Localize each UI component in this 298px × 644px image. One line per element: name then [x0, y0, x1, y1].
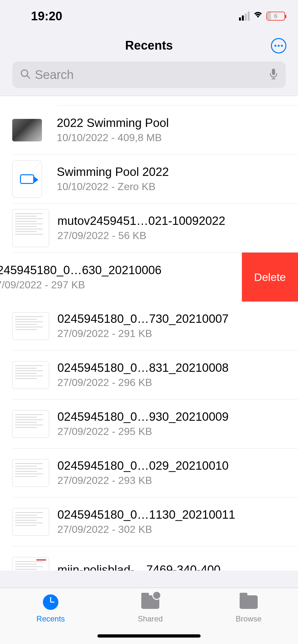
file-row[interactable]: 0245945180_0…029_20210010 27/09/2022 - 2… — [0, 448, 298, 497]
svg-line-1 — [27, 76, 30, 78]
file-name: 0245945180_0…029_20210010 — [57, 459, 288, 473]
home-indicator[interactable] — [97, 634, 201, 638]
file-list[interactable]: 2022 Swimming Pool 10/10/2022 - 409,8 MB… — [0, 96, 298, 571]
status-indicators: 6 — [239, 11, 285, 21]
file-meta: 27/09/2022 - 291 KB — [57, 328, 288, 340]
file-meta: 27/09/2022 - 295 KB — [57, 426, 288, 437]
ellipsis-icon — [274, 45, 283, 47]
file-meta: 27/09/2022 - 296 KB — [57, 377, 288, 389]
tab-browse[interactable]: Browse — [236, 593, 262, 623]
file-thumbnail-document — [12, 508, 49, 536]
wifi-icon — [253, 11, 263, 21]
file-row[interactable]: 2022 Swimming Pool 10/10/2022 - 409,8 MB — [0, 106, 298, 155]
svg-rect-2 — [272, 69, 275, 75]
file-thumbnail-document — [12, 361, 49, 389]
search-bar[interactable] — [12, 62, 286, 88]
file-name: 0245945180_0…831_20210008 — [57, 361, 288, 375]
file-row-swiped[interactable]: 0245945180_0…630_20210006 27/09/2022 - 2… — [0, 253, 298, 302]
cellular-signal-icon — [239, 12, 250, 21]
page-title: Recents — [125, 39, 173, 53]
more-options-button[interactable] — [271, 38, 286, 53]
file-meta: 27/09/2022 - 302 KB — [57, 524, 288, 535]
file-thumbnail-document — [12, 459, 49, 487]
status-time: 19:20 — [31, 9, 62, 23]
file-name: 0245945180_0…730_20210007 — [57, 312, 288, 326]
search-input[interactable] — [35, 68, 269, 82]
file-meta: 10/10/2022 - Zero KB — [57, 181, 288, 193]
file-meta: 27/09/2022 - 297 KB — [0, 279, 231, 291]
navigation-bar: Recents — [0, 32, 298, 59]
file-row[interactable]: mijn-polisblad-…7469-340-400 — [0, 546, 298, 571]
file-meta: 10/10/2022 - 409,8 MB — [57, 132, 288, 144]
tab-bar: Recents Shared Browse — [0, 588, 298, 644]
delete-button[interactable]: Delete — [242, 253, 298, 302]
file-row[interactable]: 0245945180_0…730_20210007 27/09/2022 - 2… — [0, 302, 298, 351]
microphone-icon[interactable] — [269, 68, 278, 82]
tab-label: Recents — [36, 614, 65, 623]
file-name: mutov2459451…021-10092022 — [57, 214, 288, 228]
clock-icon — [42, 593, 60, 611]
battery-icon: 6 — [266, 12, 285, 21]
file-row[interactable]: mutov2459451…021-10092022 27/09/2022 - 5… — [0, 204, 298, 253]
status-bar: 19:20 6 — [0, 0, 298, 32]
file-name: 0245945180_0…630_20210006 — [0, 264, 231, 277]
file-meta: 27/09/2022 - 293 KB — [57, 475, 288, 486]
file-thumbnail-document — [12, 410, 49, 438]
tab-label: Shared — [138, 614, 163, 623]
battery-level: 6 — [274, 13, 277, 20]
search-icon — [20, 69, 31, 81]
tab-label: Browse — [236, 614, 262, 623]
file-row[interactable]: 0245945180_0…831_20210008 27/09/2022 - 2… — [0, 351, 298, 399]
file-thumbnail-video — [12, 160, 42, 198]
tab-recents[interactable]: Recents — [36, 593, 65, 623]
file-name: mijn-polisblad-…7469-340-400 — [57, 563, 288, 571]
file-thumbnail-document — [12, 557, 49, 571]
file-meta: 27/09/2022 - 56 KB — [57, 230, 288, 242]
folder-shared-icon — [141, 593, 159, 611]
file-name: 0245945180_0…930_20210009 — [57, 410, 288, 424]
partial-row-divider — [57, 96, 298, 106]
file-row[interactable]: 0245945180_0…930_20210009 27/09/2022 - 2… — [0, 399, 298, 448]
folder-icon — [240, 593, 258, 611]
file-thumbnail-document — [12, 312, 49, 340]
file-row[interactable]: 0245945180_0…1130_20210011 27/09/2022 - … — [0, 497, 298, 546]
file-name: 2022 Swimming Pool — [57, 116, 288, 130]
video-icon — [20, 174, 34, 184]
file-row[interactable]: Swimming Pool 2022 10/10/2022 - Zero KB — [0, 155, 298, 204]
file-name: 0245945180_0…1130_20210011 — [57, 508, 288, 522]
file-thumbnail-photo — [12, 119, 42, 141]
file-thumbnail-document — [12, 209, 49, 247]
file-name: Swimming Pool 2022 — [57, 165, 288, 179]
tab-shared[interactable]: Shared — [138, 593, 163, 623]
